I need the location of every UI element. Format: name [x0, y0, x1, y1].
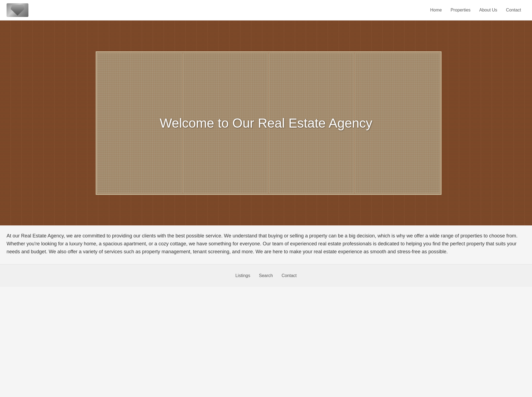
footer-nav-listings[interactable]: Listings	[231, 271, 255, 280]
footer-nav-contact[interactable]: Contact	[277, 271, 301, 280]
nav-home[interactable]: Home	[426, 5, 446, 15]
nav-contact[interactable]: Contact	[502, 5, 525, 15]
site-header: Home Properties About Us Contact	[0, 0, 532, 20]
footer-nav: Listings Search Contact	[7, 271, 525, 280]
hero-title: Welcome to Our Real Estate Agency	[160, 116, 372, 131]
intro-description: At our Real Estate Agency, we are commit…	[7, 232, 525, 255]
hero-section: Welcome to Our Real Estate Agency	[0, 20, 532, 225]
main-content: At our Real Estate Agency, we are commit…	[0, 225, 532, 264]
main-nav: Home Properties About Us Contact	[426, 5, 525, 15]
site-footer: Listings Search Contact	[0, 264, 532, 287]
logo-image	[7, 3, 28, 17]
footer-nav-search[interactable]: Search	[255, 271, 277, 280]
nav-properties[interactable]: Properties	[446, 5, 475, 15]
logo	[7, 3, 28, 17]
logo-shield-icon	[11, 5, 24, 16]
nav-about[interactable]: About Us	[475, 5, 502, 15]
